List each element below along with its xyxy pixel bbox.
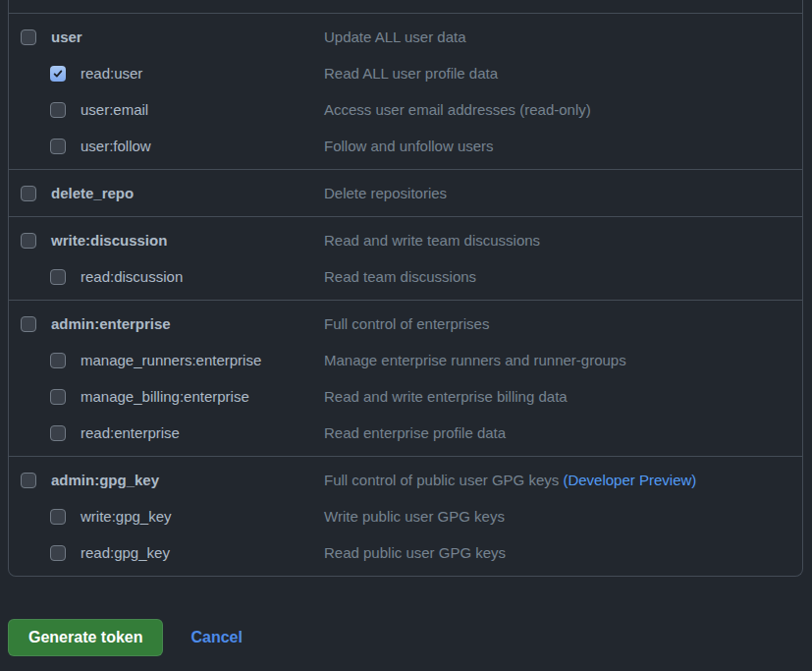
scope-description: Read team discussions [324,268,802,285]
scope-description: Read ALL user profile data [324,65,802,82]
scope-row: read:discussion Read team discussions [9,258,802,295]
scope-description: Manage enterprise runners and runner-gro… [324,352,802,368]
scope-row: write:discussion Read and write team dis… [9,222,802,258]
scope-label[interactable]: read:user [81,65,142,82]
scope-label[interactable]: write:gpg_key [81,508,172,525]
scope-label[interactable]: user:email [81,101,148,118]
scope-description: Write public user GPG keys [324,508,802,525]
scope-description: Read and write enterprise billing data [324,388,802,405]
scope-label[interactable]: write:discussion [51,232,167,249]
cancel-link[interactable]: Cancel [190,629,242,646]
checkbox-delete-repo[interactable] [21,186,36,201]
checkbox-manage-runners-enterprise[interactable] [50,353,66,368]
scope-label[interactable]: manage_runners:enterprise [81,352,261,368]
scope-description-text: Full control of public user GPG keys [324,472,559,488]
scope-description: Delete repositories [324,185,802,201]
scope-label[interactable]: user [51,28,82,45]
scope-label[interactable]: admin:enterprise [51,315,171,332]
checkbox-user-email[interactable] [50,102,66,118]
scope-label[interactable]: user:follow [81,138,151,154]
scope-label[interactable]: read:enterprise [81,424,180,441]
scope-group-delete-repo: delete_repo Delete repositories [9,170,802,217]
scope-description: Read public user GPG keys [324,544,802,561]
scope-group-discussion: write:discussion Read and write team dis… [9,217,802,301]
checkbox-write-gpg-key[interactable] [50,509,66,525]
scope-row: write:gpg_key Write public user GPG keys [9,498,802,534]
scope-description: Read and write team discussions [324,232,802,249]
scope-label[interactable]: manage_billing:enterprise [81,388,249,405]
checkbox-read-user[interactable] [50,66,66,82]
form-actions: Generate token Cancel [8,619,243,656]
scope-description: Full control of enterprises [324,315,802,332]
checkbox-admin-enterprise[interactable] [21,316,36,332]
scope-description: Follow and unfollow users [324,138,802,154]
checkbox-write-discussion[interactable] [21,233,36,249]
scope-group-enterprise: admin:enterprise Full control of enterpr… [9,301,802,457]
scope-label[interactable]: delete_repo [51,185,134,201]
scope-row: user Update ALL user data [9,19,802,55]
scope-description: Read enterprise profile data [324,424,802,441]
scope-row: manage_billing:enterprise Read and write… [9,378,802,415]
checkbox-read-gpg-key[interactable] [50,545,66,561]
scope-row: read:enterprise Read enterprise profile … [9,415,802,451]
scope-row: manage_runners:enterprise Manage enterpr… [9,342,802,378]
generate-token-button[interactable]: Generate token [8,619,163,656]
scope-row: delete_repo Delete repositories [9,175,802,211]
scope-label[interactable]: read:gpg_key [81,544,170,561]
scope-description: Access user email addresses (read-only) [324,101,802,118]
developer-preview-link[interactable]: (Developer Preview) [563,472,696,488]
scope-row: admin:gpg_key Full control of public use… [9,462,802,498]
checkbox-user-follow[interactable] [50,139,66,154]
scope-group-gpg-key: admin:gpg_key Full control of public use… [9,457,802,576]
scope-row: user:email Access user email addresses (… [9,91,802,128]
checkbox-read-enterprise[interactable] [50,425,66,441]
scope-label[interactable]: read:discussion [81,268,183,285]
checkbox-user[interactable] [21,29,36,45]
token-scopes-list: user Update ALL user data read:user Read… [8,0,803,577]
scope-description: Update ALL user data [324,28,802,45]
scope-label[interactable]: admin:gpg_key [51,472,159,488]
scope-row: read:user Read ALL user profile data [9,55,802,91]
scope-description: Full control of public user GPG keys (De… [324,472,802,488]
checkbox-read-discussion[interactable] [50,269,66,285]
scope-row: read:gpg_key Read public user GPG keys [9,534,802,571]
clipped-previous-group [9,0,802,14]
scope-group-user: user Update ALL user data read:user Read… [9,14,802,170]
scope-row: admin:enterprise Full control of enterpr… [9,306,802,342]
scope-row: user:follow Follow and unfollow users [9,128,802,164]
checkbox-manage-billing-enterprise[interactable] [50,389,66,405]
checkbox-admin-gpg-key[interactable] [21,473,36,488]
